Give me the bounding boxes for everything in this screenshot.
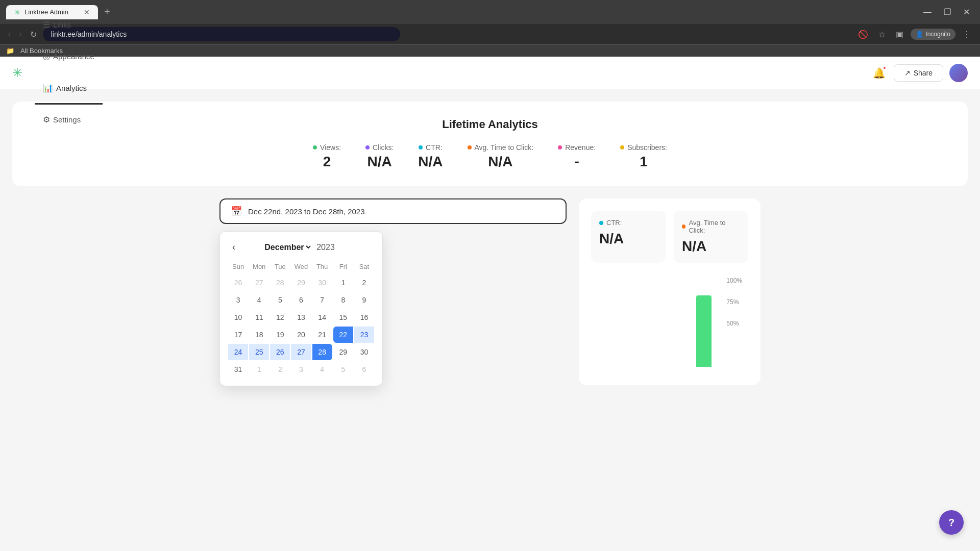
cal-day[interactable]: 19 — [270, 327, 290, 343]
notification-button[interactable]: 🔔 — [871, 65, 888, 81]
cal-day-in-range[interactable]: 26 — [270, 344, 290, 360]
cal-day[interactable]: 5 — [333, 361, 353, 378]
calendar-days: 26 27 28 29 30 1 2 3 4 5 6 7 8 — [228, 274, 374, 378]
month-select[interactable]: December — [262, 242, 312, 252]
date-range-input[interactable]: 📅 Dec 22nd, 2023 to Dec 28th, 2023 — [219, 198, 567, 224]
share-button[interactable]: ↗ Share — [894, 64, 943, 82]
cal-day[interactable]: 3 — [228, 292, 248, 308]
metric-avg-time-label: Avg. Time to Click: — [468, 143, 534, 152]
cal-day[interactable]: 5 — [270, 292, 290, 308]
metrics-row: Views: 2 Clicks: N/A CTR: N/A — [37, 143, 943, 170]
nav-settings[interactable]: ⚙ Settings — [35, 105, 103, 136]
address-bar: ‹ › ↻ 🚫 ☆ ▣ 👤 Incognito ⋮ — [0, 24, 980, 44]
cal-day[interactable]: 9 — [354, 292, 374, 308]
metric-subscribers: Subscribers: 1 — [620, 143, 667, 170]
cal-day[interactable]: 17 — [228, 327, 248, 343]
cal-day[interactable]: 28 — [270, 274, 290, 291]
nav-appearance[interactable]: ◎ Appearance — [35, 41, 103, 73]
metric-views-value: 2 — [323, 154, 331, 170]
forward-button[interactable]: › — [17, 28, 23, 41]
person-icon: 👤 — [916, 31, 923, 38]
cal-day[interactable]: 1 — [333, 274, 353, 291]
date-picker-section: 📅 Dec 22nd, 2023 to Dec 28th, 2023 ‹ Dec… — [219, 198, 567, 385]
cal-day-in-range[interactable]: 24 — [228, 344, 248, 360]
revenue-dot — [558, 145, 562, 149]
app-header: ✳ ☰ Links ◎ Appearance 📊 Analytics ⚙ Set… — [0, 57, 980, 89]
help-button[interactable]: ? — [939, 510, 964, 535]
metric-revenue-label: Revenue: — [558, 143, 596, 152]
weekday-tue: Tue — [270, 261, 290, 272]
cal-day-in-range[interactable]: 27 — [291, 344, 311, 360]
cal-day[interactable]: 13 — [291, 309, 311, 325]
cal-day[interactable]: 15 — [333, 309, 353, 325]
appearance-icon: ◎ — [43, 52, 50, 61]
cal-day[interactable]: 16 — [354, 309, 374, 325]
cal-day-in-range[interactable]: 23 — [354, 327, 374, 343]
calendar-header: ‹ December 2023 — [228, 240, 374, 255]
cal-day[interactable]: 29 — [333, 344, 353, 360]
cal-day[interactable]: 11 — [249, 309, 269, 325]
cal-day[interactable]: 27 — [249, 274, 269, 291]
minimize-button[interactable]: — — [919, 5, 936, 19]
cal-day[interactable]: 14 — [312, 309, 332, 325]
cal-day-range-start[interactable]: 22 — [333, 327, 353, 343]
weekday-wed: Wed — [291, 261, 311, 272]
more-options-button[interactable]: ⋮ — [960, 28, 974, 41]
bookmarks-bar: 📁 All Bookmarks — [0, 44, 980, 57]
cal-day[interactable]: 2 — [354, 274, 374, 291]
cal-day[interactable]: 30 — [312, 274, 332, 291]
cal-day[interactable]: 26 — [228, 274, 248, 291]
cal-day[interactable]: 18 — [249, 327, 269, 343]
close-button[interactable]: ✕ — [959, 5, 974, 19]
cal-day[interactable]: 21 — [312, 327, 332, 343]
cal-day[interactable]: 6 — [354, 361, 374, 378]
app-logo[interactable]: ✳ — [12, 66, 22, 80]
cal-day[interactable]: 30 — [354, 344, 374, 360]
bookmarks-folder-icon[interactable]: 📁 — [6, 47, 14, 55]
header-right: 🔔 ↗ Share — [871, 64, 968, 82]
links-icon: ☰ — [43, 20, 50, 30]
cal-day[interactable]: 4 — [249, 292, 269, 308]
cal-day[interactable]: 20 — [291, 327, 311, 343]
star-icon[interactable]: ☆ — [875, 28, 889, 41]
cal-day[interactable]: 10 — [228, 309, 248, 325]
cal-day[interactable]: 6 — [291, 292, 311, 308]
cal-day[interactable]: 2 — [270, 361, 290, 378]
sidebar-icon[interactable]: ▣ — [893, 28, 906, 41]
metric-ctr-value: N/A — [418, 154, 443, 170]
cal-day[interactable]: 12 — [270, 309, 290, 325]
ctr-stat-dot — [599, 221, 603, 225]
stat-avg-time-label: Avg. Time to Click: — [682, 219, 740, 234]
share-icon: ↗ — [904, 69, 911, 77]
cal-day[interactable]: 31 — [228, 361, 248, 378]
clicks-dot — [365, 145, 370, 149]
avatar[interactable] — [949, 64, 968, 82]
stat-avg-time-value: N/A — [682, 238, 740, 255]
back-button[interactable]: ‹ — [6, 28, 13, 41]
chart-bar — [696, 295, 712, 367]
maximize-button[interactable]: ❐ — [940, 5, 955, 19]
date-range-text: Dec 22nd, 2023 to Dec 28th, 2023 — [248, 207, 365, 216]
metric-avg-time: Avg. Time to Click: N/A — [468, 143, 534, 170]
nav-links[interactable]: ☰ Links — [35, 10, 103, 41]
main-nav: ☰ Links ◎ Appearance 📊 Analytics ⚙ Setti… — [35, 10, 103, 136]
chart-labels: 100% 75% 50% — [726, 277, 742, 327]
eye-slash-icon[interactable]: 🚫 — [855, 28, 871, 41]
stat-ctr-value: N/A — [599, 231, 657, 247]
calendar-prev-button[interactable]: ‹ — [228, 240, 239, 255]
cal-day[interactable]: 29 — [291, 274, 311, 291]
metric-ctr-label: CTR: — [419, 143, 443, 152]
cal-day[interactable]: 1 — [249, 361, 269, 378]
cal-day[interactable]: 3 — [291, 361, 311, 378]
cal-day-range-end[interactable]: 28 — [312, 344, 332, 360]
cal-day[interactable]: 4 — [312, 361, 332, 378]
nav-analytics[interactable]: 📊 Analytics — [35, 73, 103, 105]
stat-ctr-label: CTR: — [599, 219, 657, 227]
nav-settings-label: Settings — [53, 115, 81, 124]
cal-day-in-range[interactable]: 25 — [249, 344, 269, 360]
cal-day[interactable]: 7 — [312, 292, 332, 308]
cal-day[interactable]: 8 — [333, 292, 353, 308]
stats-cards: CTR: N/A Avg. Time to Click: N/A — [579, 198, 761, 385]
chart-label-50: 50% — [726, 320, 742, 327]
browser-titlebar: ✳ Linktree Admin ✕ + — ❐ ✕ — [0, 0, 980, 24]
